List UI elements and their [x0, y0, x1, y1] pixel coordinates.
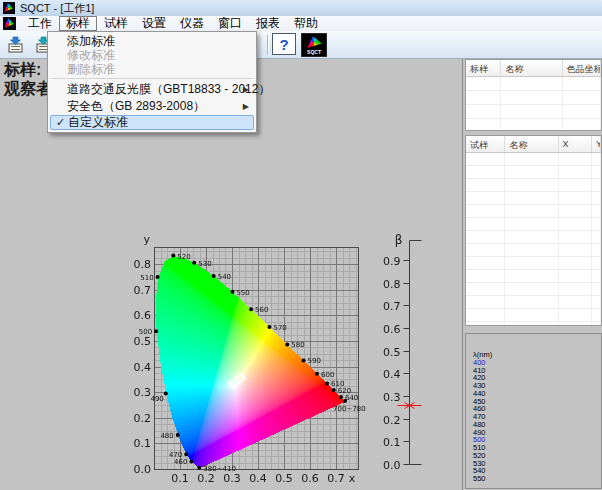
menu-item-label: 自定义标准	[68, 114, 128, 131]
titlebar: SQCT - [工作1]	[0, 0, 602, 16]
wavelength-item: 410	[473, 367, 601, 375]
table-row[interactable]	[466, 283, 601, 296]
submenu-arrow-icon: ▶	[243, 102, 249, 111]
column-header[interactable]: 试样	[466, 136, 505, 152]
menubar-item[interactable]: 报表	[249, 16, 287, 31]
standards-dropdown-menu: 添加标准修改标准删除标准道路交通反光膜（GBT18833 - 2012）▶安全色…	[47, 31, 257, 133]
table-row[interactable]	[466, 205, 601, 218]
standard-label: 标样:	[4, 60, 52, 79]
column-header[interactable]: 名称	[501, 60, 562, 76]
wavelength-list: λ(nm)40041042043044045046047048049050051…	[466, 334, 601, 483]
wavelength-list-header: λ(nm)	[473, 351, 601, 359]
table-row[interactable]	[466, 192, 601, 205]
table-row[interactable]	[466, 179, 601, 192]
standards-table[interactable]: 标样名称色品坐标	[465, 59, 602, 131]
menu-item[interactable]: ✓自定义标准	[50, 115, 254, 130]
menubar-item[interactable]: 设置	[135, 16, 173, 31]
table-row[interactable]	[466, 244, 601, 257]
about-sqct-button[interactable]: SQCT	[301, 33, 327, 57]
app-window: SQCT - [工作1] 工作标样试样设置仪器窗口报表帮助	[0, 0, 602, 490]
table-row[interactable]	[466, 231, 601, 244]
table-row[interactable]	[466, 270, 601, 283]
column-header[interactable]: X	[559, 136, 593, 152]
wavelength-item: 460	[473, 405, 601, 413]
menubar-item[interactable]: 工作	[21, 16, 59, 31]
wavelength-panel: λ(nm)40041042043044045046047048049050051…	[465, 333, 602, 489]
table-row[interactable]	[466, 153, 601, 166]
table-row[interactable]	[466, 257, 601, 270]
toolbar-separator	[267, 35, 269, 55]
table-row[interactable]	[466, 296, 601, 309]
wavelength-item: 480	[473, 421, 601, 429]
table-row[interactable]	[466, 218, 601, 231]
table-row[interactable]	[466, 309, 601, 322]
wavelength-item: 510	[473, 444, 601, 452]
wavelength-item: 540	[473, 467, 601, 475]
column-header[interactable]: 色品坐标	[563, 60, 601, 76]
menubar-item[interactable]: 试样	[97, 16, 135, 31]
app-logo-icon	[3, 2, 15, 14]
observer-label: 观察者	[4, 79, 52, 98]
column-header[interactable]: 名称	[505, 136, 558, 152]
table-header: 标样名称色品坐标	[466, 60, 601, 77]
menu-item-label: 删除标准	[67, 61, 115, 78]
column-header[interactable]: Y	[592, 136, 601, 152]
wavelength-item: 530	[473, 460, 601, 468]
wavelength-item: 420	[473, 374, 601, 382]
menubar-item[interactable]: 窗口	[211, 16, 249, 31]
table-header: 试样名称XY	[466, 136, 601, 153]
wavelength-item: 490	[473, 429, 601, 437]
menubar-item[interactable]: 标样	[59, 16, 97, 31]
table-row[interactable]	[466, 166, 601, 179]
wavelength-item: 500	[473, 436, 601, 444]
add-standard-toolbar-button[interactable]	[3, 33, 29, 57]
right-panel: 标样名称色品坐标 试样名称XY λ(nm)4004104204304404504…	[462, 59, 602, 490]
wavelength-item: 430	[473, 382, 601, 390]
menu-item[interactable]: 道路交通反光膜（GBT18833 - 2012）▶	[48, 81, 256, 98]
mdi-child-icon[interactable]	[3, 17, 16, 30]
menubar-item[interactable]: 帮助	[287, 16, 325, 31]
menu-separator	[51, 78, 253, 79]
menu-item-label: 安全色（GB 2893-2008）	[67, 98, 205, 115]
menu-item: 删除标准	[48, 62, 256, 76]
menu-item[interactable]: 安全色（GB 2893-2008）▶	[48, 98, 256, 115]
help-question-icon: ?	[279, 36, 288, 53]
client-info-text: 标样: 观察者	[4, 60, 52, 98]
wavelength-item: 470	[473, 413, 601, 421]
wavelength-item: 400	[473, 359, 601, 367]
wavelength-item: 450	[473, 398, 601, 406]
table-row[interactable]	[466, 322, 601, 326]
menu-item-label: 道路交通反光膜（GBT18833 - 2012）	[67, 81, 270, 98]
wavelength-item: 440	[473, 390, 601, 398]
menubar-item[interactable]: 仪器	[173, 16, 211, 31]
table-row[interactable]	[466, 77, 601, 91]
table-row[interactable]	[466, 105, 601, 119]
wavelength-item: 520	[473, 452, 601, 460]
column-header[interactable]: 标样	[466, 60, 501, 76]
help-button[interactable]: ?	[272, 33, 296, 55]
checkmark-icon: ✓	[56, 116, 65, 129]
wavelength-item: 550	[473, 475, 601, 483]
window-title: SQCT - [工作1]	[20, 1, 94, 16]
chromaticity-diagram	[130, 230, 430, 490]
table-row[interactable]	[466, 91, 601, 105]
submenu-arrow-icon: ▶	[243, 85, 249, 94]
list-import-icon	[7, 36, 25, 54]
sqct-logo-text: SQCT	[302, 49, 326, 55]
menubar: 工作标样试样设置仪器窗口报表帮助	[0, 16, 602, 31]
table-row[interactable]	[466, 119, 601, 131]
samples-table[interactable]: 试样名称XY	[465, 135, 602, 326]
